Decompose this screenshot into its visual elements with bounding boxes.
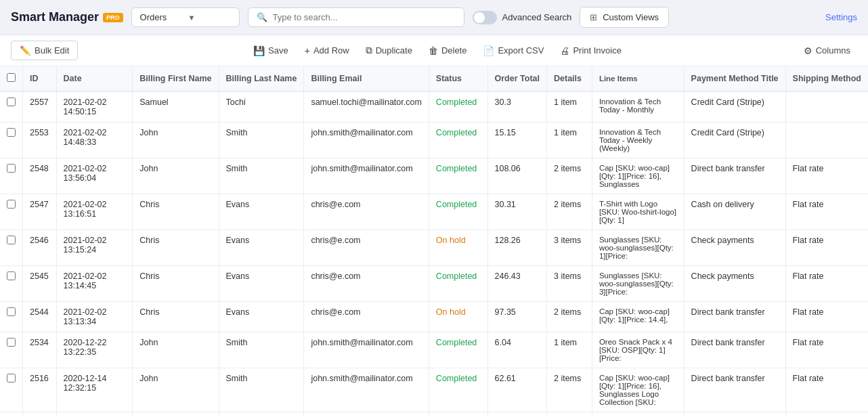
custom-views-icon: ⊞ [590, 12, 597, 22]
cell-first-name: John [133, 123, 219, 158]
delete-button[interactable]: 🗑 Delete [422, 41, 474, 60]
bulk-edit-icon: ✏️ [20, 45, 30, 56]
cell-line-items: Cap [SKU: woo-cap][Qty: 1][Price: 16], S… [592, 368, 684, 412]
row-checkbox-cell[interactable] [0, 123, 23, 158]
row-checkbox[interactable] [7, 271, 16, 280]
cell-id: 2553 [23, 123, 57, 158]
table-row: 2557 2021-02-02 14:50:15 Samuel Tochi sa… [0, 91, 868, 123]
advanced-search-switch[interactable] [473, 11, 497, 24]
cell-line-items: Oreo Snack Pack x 4 [SKU: OSP][Qty: 1][P… [592, 332, 684, 368]
cell-details: 2 items [546, 368, 592, 412]
cell-last-name: Evans [219, 230, 304, 266]
row-checkbox[interactable] [7, 374, 16, 383]
logo: Smart Manager PRO [11, 10, 123, 24]
toolbar: ✏️ Bulk Edit 💾 Save + Add Row ⧉ Duplicat… [0, 35, 868, 66]
cell-details: 3 items [546, 230, 592, 266]
cell-email: samuel.tochi@mailinator.com [304, 91, 429, 123]
cell-date: 2021-02-02 13:13:34 [56, 302, 133, 332]
cell-details: 1 item [546, 91, 592, 123]
cell-details: 3 items [546, 266, 592, 302]
columns-button[interactable]: ⚙ Columns [797, 41, 857, 60]
row-checkbox[interactable] [7, 200, 16, 209]
cell-last-name: Smith [219, 368, 304, 412]
row-checkbox-cell[interactable] [0, 266, 23, 302]
cell-details: 2 items [546, 194, 592, 230]
table-row: 2516 2020-12-14 12:32:15 John Smith john… [0, 368, 868, 412]
row-checkbox[interactable] [7, 338, 16, 347]
cell-status: Completed [429, 123, 487, 158]
select-all-checkbox[interactable] [7, 73, 16, 82]
bulk-edit-button[interactable]: ✏️ Bulk Edit [11, 41, 78, 60]
columns-icon: ⚙ [804, 45, 812, 56]
print-invoice-button[interactable]: 🖨 Print Invoice [553, 41, 628, 60]
row-checkbox-cell[interactable] [0, 194, 23, 230]
cell-shipping-method: Flat rate [785, 332, 868, 368]
status-badge: Completed [436, 338, 477, 347]
col-header-billing-email: Billing Email [304, 66, 429, 91]
table-row: 2515 2020-12-14 12:28:25 John Smith john… [0, 412, 868, 416]
cell-status: On hold [429, 230, 487, 266]
col-header-status: Status [429, 66, 487, 91]
status-badge: Completed [436, 271, 477, 281]
cell-shipping-method: Flat rate [785, 158, 868, 194]
cell-id: 2546 [23, 230, 57, 266]
search-box: 🔍 [248, 7, 464, 27]
cell-email: john.smith@mailinator.com [304, 332, 429, 368]
select-all-header[interactable] [0, 66, 23, 91]
row-checkbox-cell[interactable] [0, 158, 23, 194]
row-checkbox[interactable] [7, 236, 16, 244]
cell-last-name: Smith [219, 123, 304, 158]
orders-table-container: ID Date Billing First Name Billing Last … [0, 66, 868, 415]
export-csv-button[interactable]: 📄 Export CSV [476, 41, 550, 60]
cell-total: 108.06 [487, 158, 546, 194]
cell-status: Completed [429, 266, 487, 302]
add-row-button[interactable]: + Add Row [298, 41, 356, 60]
save-label: Save [268, 45, 288, 56]
row-checkbox[interactable] [7, 164, 16, 173]
chevron-down-icon: ▼ [188, 14, 231, 22]
logo-text: Smart Manager [11, 10, 99, 24]
col-header-shipping-method: Shipping Method [785, 66, 868, 91]
row-checkbox-cell[interactable] [0, 368, 23, 412]
cell-first-name: John [133, 158, 219, 194]
col-header-details: Details [546, 66, 592, 91]
row-checkbox[interactable] [7, 97, 16, 106]
table-row: 2544 2021-02-02 13:13:34 Chris Evans chr… [0, 302, 868, 332]
duplicate-button[interactable]: ⧉ Duplicate [359, 41, 419, 60]
entity-dropdown-value: Orders [140, 12, 183, 22]
delete-label: Delete [441, 45, 467, 56]
cell-status: Completed [429, 91, 487, 123]
row-checkbox-cell[interactable] [0, 91, 23, 123]
col-header-order-total: Order Total [487, 66, 546, 91]
row-checkbox-cell[interactable] [0, 230, 23, 266]
print-invoice-label: Print Invoice [573, 45, 622, 56]
row-checkbox[interactable] [7, 307, 16, 316]
row-checkbox-cell[interactable] [0, 412, 23, 416]
cell-total: 30.31 [487, 194, 546, 230]
cell-email: chris@e.com [304, 266, 429, 302]
cell-email: chris@e.com [304, 302, 429, 332]
advanced-search-toggle: Advanced Search [473, 11, 572, 24]
row-checkbox[interactable] [7, 128, 16, 137]
cell-details: 1 item [546, 412, 592, 416]
cell-last-name: Evans [219, 266, 304, 302]
col-header-billing-first-name: Billing First Name [133, 66, 219, 91]
search-input[interactable] [273, 12, 456, 22]
table-row: 2546 2021-02-02 13:15:24 Chris Evans chr… [0, 230, 868, 266]
cell-last-name: Smith [219, 412, 304, 416]
duplicate-icon: ⧉ [366, 45, 372, 56]
settings-link[interactable]: Settings [825, 12, 857, 22]
cell-email: john.smith@mailinator.com [304, 123, 429, 158]
cell-id: 2548 [23, 158, 57, 194]
toggle-knob [474, 12, 485, 23]
cell-shipping-method [785, 91, 868, 123]
cell-status: On hold [429, 302, 487, 332]
row-checkbox-cell[interactable] [0, 302, 23, 332]
save-button[interactable]: 💾 Save [246, 41, 295, 60]
custom-views-button[interactable]: ⊞ Custom Views [580, 7, 669, 28]
cell-shipping-method: Flat rate [785, 412, 868, 416]
entity-dropdown[interactable]: Orders ▼ [131, 7, 240, 27]
row-checkbox-cell[interactable] [0, 332, 23, 368]
cell-first-name: Chris [133, 266, 219, 302]
cell-id: 2545 [23, 266, 57, 302]
